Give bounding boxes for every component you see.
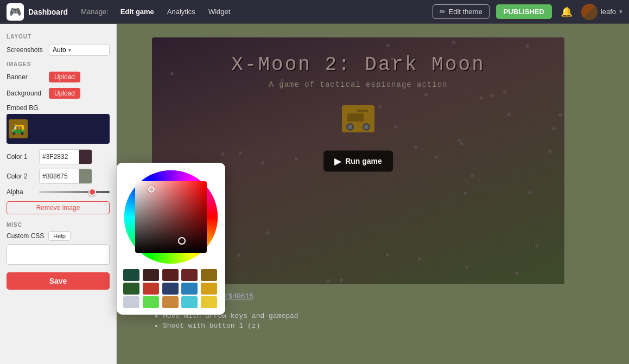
- nav-analytics[interactable]: Analytics: [162, 5, 201, 18]
- run-game-label: Run game: [345, 157, 382, 165]
- color1-label: Color 1: [7, 153, 36, 161]
- help-button[interactable]: Help: [48, 231, 71, 241]
- background-row: Background Upload: [7, 88, 110, 99]
- custom-css-row: Custom CSS Help: [7, 231, 110, 241]
- remove-image-button[interactable]: Remove image: [7, 201, 110, 214]
- nav-widget[interactable]: Widget: [203, 5, 236, 18]
- character-svg: [342, 105, 374, 132]
- play-icon: ▶: [334, 156, 341, 166]
- embed-icon: 🛺: [11, 123, 25, 136]
- color-swatch-cell[interactable]: [162, 269, 179, 281]
- color-swatch-cell[interactable]: [143, 283, 159, 295]
- color-swatch-cell[interactable]: [123, 269, 139, 281]
- top-navigation: 🎮 Dashboard Manage: Edit game Analytics …: [0, 0, 629, 24]
- sidebar: LAYOUT Screenshots Auto ▾ IMAGES Banner …: [0, 24, 117, 364]
- bell-icon[interactable]: 🔔: [561, 6, 573, 18]
- color-picker-popup: [117, 163, 225, 315]
- background-upload-button[interactable]: Upload: [49, 88, 80, 99]
- user-area[interactable]: leafo ▾: [581, 4, 622, 20]
- color-swatch-cell[interactable]: [123, 283, 139, 295]
- color1-row: Color 1: [7, 149, 110, 164]
- svg-point-7: [348, 125, 352, 129]
- embed-bg-label: Embed BG: [7, 104, 110, 112]
- color-swatch-cell[interactable]: [181, 283, 198, 295]
- alpha-slider[interactable]: [39, 191, 110, 193]
- control-item-2: Shoot with button 1 (z): [163, 322, 564, 330]
- embed-bg-preview: 🛺: [7, 114, 110, 144]
- nav-edit-game[interactable]: Edit game: [115, 5, 160, 18]
- dashboard-label: Dashboard: [28, 8, 68, 16]
- layout-section-label: LAYOUT: [7, 34, 110, 40]
- manage-label: Manage:: [81, 8, 109, 16]
- game-character: [342, 105, 374, 132]
- edit-theme-label: Edit theme: [449, 8, 482, 16]
- pencil-icon: ✏: [440, 8, 446, 16]
- custom-css-label: Custom CSS: [7, 232, 44, 240]
- color2-label: Color 2: [7, 173, 36, 180]
- screenshots-row: Screenshots Auto ▾: [7, 44, 110, 56]
- color-swatch-cell[interactable]: [143, 269, 159, 281]
- color2-swatch[interactable]: [79, 169, 92, 183]
- color1-input-wrap: [39, 149, 92, 164]
- svg-point-9: [364, 125, 368, 129]
- screenshots-value: Auto: [53, 46, 66, 54]
- svg-rect-4: [347, 113, 364, 122]
- sat-gradient: [135, 181, 207, 253]
- color-swatch-cell[interactable]: [162, 283, 179, 295]
- game-subtitle: A game of tactical espionage action: [269, 80, 447, 89]
- color-swatch-cell[interactable]: [123, 296, 139, 308]
- banner-label: Banner: [7, 73, 45, 81]
- main-layout: LAYOUT Screenshots Auto ▾ IMAGES Banner …: [0, 24, 629, 364]
- background-label: Background: [7, 90, 45, 97]
- edit-theme-button[interactable]: ✏ Edit theme: [433, 4, 490, 19]
- screenshots-label: Screenshots: [7, 46, 45, 54]
- css-textarea[interactable]: [7, 244, 110, 265]
- banner-row: Banner Upload: [7, 72, 110, 82]
- color-wheel-area[interactable]: [123, 169, 219, 265]
- run-game-overlay[interactable]: ▶ Run game: [323, 150, 393, 171]
- color2-input-wrap: [39, 169, 92, 184]
- color1-swatch[interactable]: [79, 150, 92, 164]
- color2-row: Color 2: [7, 169, 110, 184]
- color-swatch-cell[interactable]: [181, 269, 198, 281]
- alpha-thumb: [88, 188, 96, 196]
- logo-area: 🎮 Dashboard: [7, 3, 68, 21]
- chevron-down-icon: ▾: [68, 47, 71, 53]
- color-swatch-cell[interactable]: [181, 296, 198, 308]
- screenshots-select[interactable]: Auto ▾: [49, 44, 110, 56]
- avatar: [581, 4, 598, 20]
- logo-icon: 🎮: [7, 3, 24, 21]
- val-gradient: [135, 181, 207, 253]
- color1-input[interactable]: [40, 151, 79, 163]
- embed-bg-icon: 🛺: [9, 119, 28, 138]
- color2-input[interactable]: [40, 170, 79, 182]
- game-title: X-Moon 2: Dark Moon: [231, 54, 485, 76]
- avatar-image: [581, 4, 598, 20]
- color-swatch-cell[interactable]: [201, 296, 217, 308]
- alpha-slider-wrap: [39, 191, 110, 193]
- svg-rect-5: [357, 110, 368, 112]
- saturation-box[interactable]: [135, 181, 207, 253]
- nav-links: Edit game Analytics Widget: [115, 5, 236, 18]
- banner-upload-button[interactable]: Upload: [49, 72, 80, 82]
- username-label: leafo: [601, 8, 616, 16]
- color-swatch-cell[interactable]: [201, 283, 217, 295]
- alpha-label: Alpha: [7, 188, 36, 196]
- save-button[interactable]: Save: [7, 272, 110, 290]
- color-swatch-cell[interactable]: [162, 296, 179, 308]
- published-button[interactable]: PUBLISHED: [496, 4, 552, 19]
- alpha-row: Alpha: [7, 188, 110, 196]
- misc-section-label: MISC: [7, 222, 110, 228]
- logo-emoji: 🎮: [9, 6, 21, 18]
- chevron-down-icon: ▾: [619, 8, 622, 15]
- color-swatch-cell[interactable]: [143, 296, 159, 308]
- color-swatch-cell[interactable]: [201, 269, 217, 281]
- color-swatches-grid: [123, 269, 219, 308]
- images-section-label: IMAGES: [7, 61, 110, 67]
